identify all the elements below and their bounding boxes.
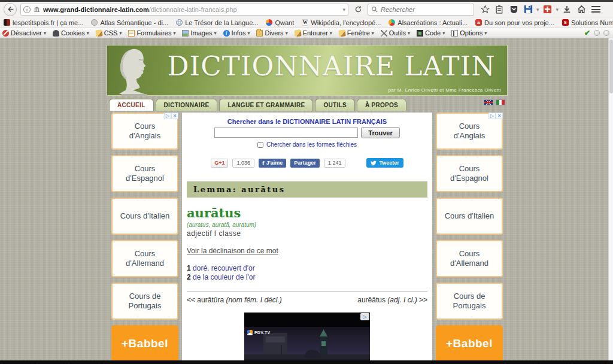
gplus-count: 1.036 — [232, 159, 254, 168]
babbel-ad-button[interactable]: +Babbel — [436, 325, 503, 362]
bookmark-item[interactable]: Alsacréations : Actuali... — [389, 19, 468, 26]
options-icon — [451, 30, 458, 37]
bookmark-item[interactable]: Qwant — [266, 19, 294, 26]
ad-card[interactable]: Cours d'Espagnol — [436, 155, 503, 192]
ad-card[interactable]: Cours de Portugais — [111, 283, 178, 320]
devtoolbar-label: Formulaires — [136, 29, 171, 37]
babbel-ad-button[interactable]: +Babbel — [111, 325, 178, 362]
devtoolbar-label: CSS — [104, 29, 118, 37]
tab-a-propos[interactable]: À PROPOS — [357, 99, 406, 111]
devtoolbar-item-tools[interactable]: Outils▾ — [381, 29, 410, 37]
previous-word: aurātūra — [197, 296, 224, 304]
tab-accueil[interactable]: ACCUEIL — [109, 99, 154, 111]
devtoolbar-label: Options — [460, 29, 482, 37]
toggle-circle-icon[interactable] — [594, 30, 600, 36]
definition-line: 1 doré, recouvert d'or — [187, 264, 427, 273]
adchoices-controls: ▷✕ — [164, 113, 178, 119]
bookmark-item[interactable]: lespetitspois.fr | ça me... — [4, 19, 83, 26]
adchoices-icon[interactable]: ▷ — [488, 113, 496, 119]
bookmark-item[interactable]: Atlas Sémantique - di... — [91, 19, 168, 26]
tools-icon — [381, 30, 387, 37]
adblock-button[interactable] — [542, 4, 554, 16]
italian-flag-icon[interactable] — [496, 99, 505, 105]
site-favicon — [91, 19, 98, 26]
page-info-icon[interactable] — [23, 6, 31, 13]
video-ad[interactable]: ▷ FDV.TV — [244, 313, 370, 364]
tab-outils[interactable]: OUTILS — [315, 99, 354, 111]
adblock-dropdown-icon[interactable]: ▾ — [556, 7, 559, 13]
definitions: 1 doré, recouvert d'or 2 de la couleur d… — [187, 264, 427, 282]
devtoolbar-item-window[interactable]: Fenêtre▾ — [339, 29, 374, 37]
menu-button[interactable] — [590, 4, 602, 16]
inflected-forms-checkbox[interactable] — [257, 142, 263, 148]
home-button[interactable] — [575, 4, 587, 16]
url-dropdown-icon[interactable]: ▾ — [342, 7, 345, 13]
bookmark-label: Solutions Numériques... — [571, 19, 613, 26]
devtoolbar-item-misc[interactable]: Divers▾ — [256, 29, 287, 37]
scrollbar-thumb[interactable] — [609, 40, 613, 93]
bookmark-item[interactable]: Du son pour vos proje... — [475, 19, 554, 26]
bookmarks-menu-button[interactable] — [493, 4, 505, 16]
tab-dictionnaire[interactable]: DICTIONNAIRE — [156, 99, 218, 111]
close-ad-icon[interactable]: ✕ — [496, 113, 503, 119]
browser-search-box[interactable] — [368, 4, 474, 16]
browser-search-input[interactable] — [381, 6, 453, 13]
chevron-down-icon: ▾ — [247, 31, 250, 36]
ad-card[interactable]: Cours d'Italien — [111, 198, 178, 235]
back-button[interactable] — [4, 3, 17, 16]
page-scrollbar[interactable] — [608, 38, 613, 364]
toggle-circle-icon[interactable] — [603, 30, 609, 36]
ad-card[interactable]: Cours d'Allemand — [111, 240, 178, 277]
ad-card[interactable]: Cours d'Italien — [436, 198, 503, 235]
hamburger-icon — [591, 6, 600, 13]
bookmark-star-button[interactable] — [479, 4, 491, 16]
bookmark-item[interactable]: Wikipédia, l'encyclopé... — [302, 19, 381, 26]
check-icon[interactable]: ✔ — [584, 29, 590, 37]
navigation-toolbar: www.grand-dictionnaire-latin.com/diction… — [0, 2, 613, 17]
next-entry-link[interactable]: aurĕātus (adj. I cl.) >> — [357, 296, 427, 304]
bookmark-label: Atlas Sémantique - di... — [100, 19, 168, 26]
bookmark-item[interactable]: Le Trésor de la Langue... — [176, 19, 258, 26]
channel-logo-icon — [247, 330, 253, 335]
ad-card[interactable]: Cours de Portugais — [436, 283, 503, 320]
devtoolbar-item-forms[interactable]: Formulaires▾ — [128, 29, 175, 37]
code-icon — [417, 30, 423, 37]
adchoices-icon[interactable]: ▷ — [360, 313, 369, 320]
devtoolbar-item-info[interactable]: Infos▾ — [223, 29, 250, 37]
tab-langue-et-grammaire[interactable]: LANGUE ET GRAMMAIRE — [219, 99, 313, 111]
pocket-button[interactable] — [508, 4, 520, 16]
google-plus-one-button[interactable]: G+1 — [211, 159, 228, 168]
previous-entry-link[interactable]: << aurātūra (nom fém. I décl.) — [187, 296, 282, 304]
save-dropdown-icon[interactable]: ▾ — [536, 7, 539, 13]
devtoolbar-label: Fenêtre — [347, 29, 370, 37]
reload-button[interactable] — [352, 4, 364, 16]
pencil-icon — [294, 29, 301, 37]
tweet-button[interactable]: Tweeter — [366, 158, 403, 168]
facebook-like-button[interactable]: J'aime — [259, 159, 286, 168]
devtoolbar-item-cookies[interactable]: Cookies▾ — [53, 29, 89, 37]
devtoolbar-item-css[interactable]: CSS▾ — [96, 29, 122, 37]
close-ad-icon[interactable]: ✕ — [171, 113, 178, 119]
devtoolbar-item-outline[interactable]: Entourer▾ — [295, 29, 332, 37]
find-button[interactable]: Trouver — [361, 127, 399, 138]
english-flag-icon[interactable] — [484, 99, 493, 105]
devtoolbar-item-code[interactable]: Code▾ — [417, 29, 445, 37]
declension-link[interactable]: Voir la déclinaison de ce mot — [187, 247, 278, 255]
bookmark-item[interactable]: Solutions Numériques... — [562, 19, 613, 26]
dictionary-search-heading: Chercher dans le DICTIONNAIRE LATIN FRAN… — [182, 118, 432, 125]
downloads-button[interactable] — [561, 4, 573, 16]
adchoices-controls: ▷✕ — [488, 113, 503, 119]
facebook-share-button[interactable]: Partager — [290, 159, 320, 168]
window-bottom-edge — [0, 360, 613, 364]
entry-pager: << aurātūra (nom fém. I décl.) aurĕātus … — [187, 296, 427, 304]
url-bar[interactable]: www.grand-dictionnaire-latin.com/diction… — [20, 4, 348, 16]
devtoolbar-item-disable[interactable]: Désactiver▾ — [2, 29, 46, 37]
devtoolbar-item-options[interactable]: Options▾ — [451, 29, 487, 37]
devtoolbar-item-images[interactable]: Images▾ — [182, 29, 216, 37]
save-page-button[interactable] — [522, 4, 534, 16]
adchoices-icon[interactable]: ▷ — [164, 113, 171, 119]
ad-card[interactable]: Cours d'Espagnol — [111, 155, 178, 192]
ad-card[interactable]: Cours d'Allemand — [436, 240, 503, 277]
dictionary-search-input[interactable] — [214, 128, 358, 138]
facebook-icon — [262, 159, 265, 166]
